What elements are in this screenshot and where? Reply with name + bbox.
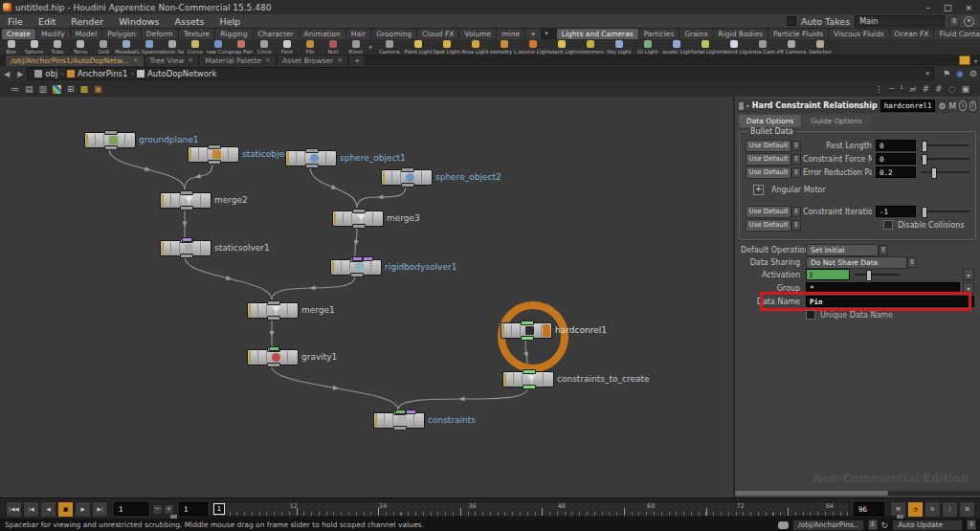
path-dropdown-icon[interactable]: ▾	[925, 70, 929, 77]
use-default-button[interactable]: Use Default	[746, 206, 791, 218]
parameter-scrollbar[interactable]	[735, 491, 980, 496]
param-rest-length-field[interactable]: 0	[876, 140, 916, 151]
pane-tab-tree-view[interactable]: Tree View×	[145, 55, 199, 66]
layout-view-icon[interactable]: ▥	[36, 82, 51, 96]
shelf-tool-gi-light[interactable]: GI Light	[634, 39, 662, 55]
previous-frame-button[interactable]: |◀	[23, 501, 39, 518]
data-sharing-stepper[interactable]: ⇕	[907, 257, 917, 268]
data-sharing-dropdown[interactable]: Do Not Share Data	[806, 256, 907, 269]
node-input-connector[interactable]	[208, 144, 221, 149]
message-bubble-icon[interactable]	[778, 521, 789, 529]
node-input-connector[interactable]	[521, 321, 534, 325]
default-operation-dropdown[interactable]: Set Initial	[806, 244, 879, 256]
globe-icon[interactable]: ◉	[953, 69, 967, 78]
shelf-tool-volume-light[interactable]: Volume Light	[519, 39, 547, 55]
shelf-tool-sky-light[interactable]: Sky Light	[605, 39, 634, 55]
node-output-connector[interactable]	[393, 426, 407, 431]
param-constraint-iterations-field[interactable]: -1	[876, 206, 916, 217]
new-pane-tab-button[interactable]: +	[349, 55, 365, 66]
node-flag[interactable]	[352, 256, 363, 261]
menu-file[interactable]: File	[0, 16, 31, 27]
shelf-tool-grid[interactable]: Grid	[92, 39, 115, 55]
shelf-tool-null[interactable]: Null	[322, 39, 345, 55]
shelf-tab-texture[interactable]: Texture	[179, 29, 214, 39]
node-hardconrel1[interactable]	[501, 322, 552, 339]
node-constraints[interactable]	[373, 412, 425, 429]
decrement-button[interactable]: −	[152, 504, 163, 515]
forward-button[interactable]: ▶	[13, 70, 27, 78]
use-default-button[interactable]: Use Default	[746, 153, 791, 166]
use-default-button[interactable]: Use Default	[746, 166, 791, 179]
node-input-connector[interactable]	[523, 369, 536, 374]
use-default-stepper[interactable]: ⇕	[791, 154, 801, 165]
slider-handle[interactable]	[922, 207, 927, 218]
shelf-tab-volume[interactable]: Volume	[459, 29, 496, 39]
node-display-flag[interactable]	[415, 414, 423, 427]
group-field[interactable]: *	[806, 282, 960, 294]
shelf-tool-rivet[interactable]: Rivet	[345, 39, 368, 55]
breadcrumb-obj[interactable]: obj	[32, 69, 60, 78]
node-staticsolver1[interactable]	[160, 240, 212, 256]
shelf-tab-rigid-bodies[interactable]: Rigid Bodies	[714, 29, 768, 39]
node-display-flag[interactable]	[202, 194, 210, 207]
slider-handle[interactable]	[922, 141, 927, 152]
node-display-flag[interactable]	[289, 351, 297, 364]
shelf-tool-curve[interactable]: Curve	[184, 39, 207, 55]
close-tab-icon[interactable]: ×	[337, 56, 343, 65]
close-tab-icon[interactable]: ×	[265, 56, 271, 65]
gear-icon[interactable]: ⚙	[967, 69, 980, 78]
tab-guide-options[interactable]: Guide Options	[803, 115, 869, 127]
tab-data-options[interactable]: Data Options	[739, 115, 801, 127]
frame-slider[interactable]: 1224364860728496 1	[212, 501, 850, 517]
maximize-button[interactable]: □	[944, 3, 952, 12]
shelf-tab-particles[interactable]: Particles	[639, 29, 679, 39]
node-display-flag[interactable]	[126, 134, 134, 146]
disable-collisions-checkbox[interactable]	[883, 220, 893, 230]
menu-render[interactable]: Render	[63, 16, 111, 27]
animation-options-icon[interactable]: ⊞	[959, 501, 975, 518]
group-menu-icon[interactable]: ▾	[963, 282, 974, 294]
shelf-scroll-arrow-icon[interactable]: ▸	[368, 43, 375, 51]
shelf-tab-ocean-fx[interactable]: Ocean FX	[890, 29, 934, 39]
node-display-flag[interactable]	[230, 148, 237, 161]
back-button[interactable]: ◀	[0, 70, 13, 78]
shelf-tool-font[interactable]: Font	[276, 39, 299, 55]
shelf-tool-vr-camera[interactable]: VR Camera	[777, 39, 806, 55]
node-output-connector[interactable]	[305, 164, 319, 168]
take-list-icon[interactable]: ✶	[964, 16, 974, 27]
context-stepper[interactable]: ⇕	[868, 520, 878, 530]
node-output-connector[interactable]	[180, 254, 193, 258]
shelf-tab-character[interactable]: Character	[254, 29, 299, 39]
take-selector[interactable]: Main	[855, 15, 945, 27]
shelf-tool-draw-curve[interactable]: Draw Curve	[207, 39, 230, 55]
audio-options-icon[interactable]: ♪	[942, 501, 958, 518]
slider-handle[interactable]	[931, 167, 937, 179]
scrollbar-handle[interactable]	[735, 491, 888, 496]
pane-tab-asset-browser[interactable]: Asset Browser×	[278, 55, 347, 66]
start-frame-field[interactable]: 1	[114, 502, 148, 516]
pane-tab-material-palette[interactable]: Material Palette×	[200, 55, 276, 66]
node-groundplane1[interactable]	[84, 132, 136, 148]
update-mode-stepper[interactable]: ⇕	[967, 520, 976, 530]
node-gravity1[interactable]	[247, 349, 299, 365]
flag-icon[interactable]: ⚑	[940, 69, 953, 78]
shelf-tab-item[interactable]: +	[525, 29, 541, 39]
shelf-tab-viscous-fluids[interactable]: Viscous Fluids	[829, 29, 889, 39]
node-staticobject1[interactable]	[188, 146, 239, 163]
shelf-tab-create[interactable]: Create	[2, 29, 35, 39]
data-name-field[interactable]: Pin	[806, 296, 974, 307]
shelf-tool-geometry-l[interactable]: Geometry L...	[490, 39, 519, 55]
node-output-connector[interactable]	[521, 336, 534, 341]
shelf-tool-distant-light[interactable]: Distant Light	[547, 39, 576, 55]
node-display-flag[interactable]	[423, 171, 431, 184]
node-display-flag[interactable]	[289, 304, 297, 317]
node-merge1[interactable]	[247, 302, 299, 319]
node-display-flag[interactable]	[202, 242, 210, 254]
end-frame-field[interactable]: 96	[854, 502, 884, 516]
shelf-tab-hair[interactable]: Hair	[346, 29, 370, 39]
shelf-tab-mine[interactable]: mine	[497, 29, 524, 39]
wire-style-icon[interactable]: ≓	[906, 82, 920, 96]
breadcrumb-autodopnetwork[interactable]: AutoDopNetwork	[134, 69, 219, 78]
use-default-button[interactable]: Use Default	[746, 219, 791, 232]
play-button[interactable]: ▶	[75, 501, 91, 518]
